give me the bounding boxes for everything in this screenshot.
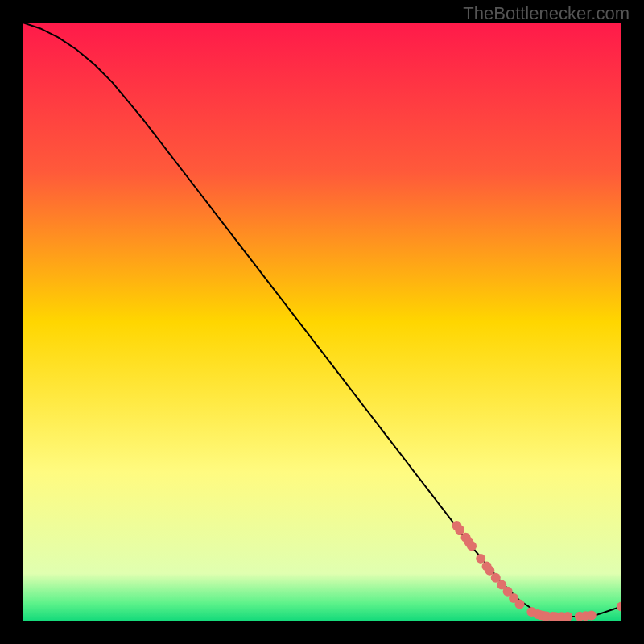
chart-svg <box>23 23 621 621</box>
watermark-text: TheBottlenecker.com <box>463 3 630 24</box>
data-marker <box>515 599 525 609</box>
data-marker <box>467 541 477 551</box>
data-marker <box>563 612 572 621</box>
data-marker <box>455 525 464 535</box>
gradient-background <box>23 23 621 621</box>
data-marker <box>476 554 485 564</box>
data-marker <box>587 611 597 621</box>
chart-plot-area <box>23 23 621 621</box>
